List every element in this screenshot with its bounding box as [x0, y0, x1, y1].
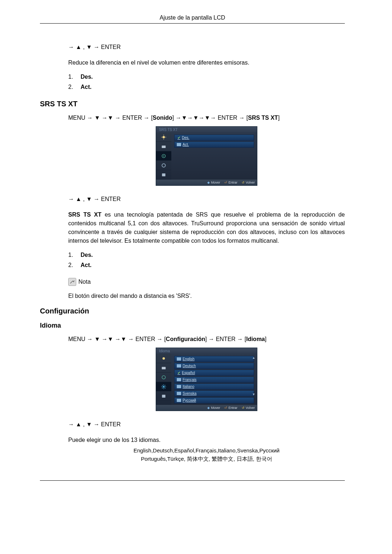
- path-strong: SRS TS XT: [248, 115, 278, 121]
- lang-line-1: English,Deutsch,Español,Français,Italian…: [68, 447, 345, 455]
- osd-tab-picture-icon[interactable]: [156, 132, 171, 142]
- option-list-2: 1.Des. 2.Act.: [68, 252, 345, 268]
- osd-tab-gear-icon[interactable]: [156, 161, 171, 170]
- nav-instruction: → ▲ , ▼ → ENTER: [68, 196, 345, 202]
- menu-path-srs: MENU → ▼ →▼ → ENTER → [Sonido] →▼→▼→▼→ E…: [68, 115, 345, 121]
- footer-entrar: ⏎Entrar: [224, 406, 237, 410]
- osd-row[interactable]: ✔Español: [174, 370, 254, 376]
- osd-row-label: Act.: [183, 143, 189, 147]
- svg-rect-5: [162, 145, 166, 148]
- unchecked-box: [177, 378, 181, 381]
- list-label: Des.: [81, 74, 93, 80]
- unchecked-box: [177, 392, 181, 395]
- svg-point-13: [163, 386, 164, 387]
- svg-line-18: [162, 385, 163, 386]
- svg-rect-9: [162, 173, 165, 176]
- srs-desc-bold: SRS TS XT: [68, 212, 102, 218]
- svg-point-7: [163, 155, 164, 156]
- osd-row[interactable]: Svenska: [174, 390, 254, 397]
- list-num: 1.: [68, 74, 81, 80]
- return-icon: ↺: [242, 406, 245, 410]
- osd-row-label: Deutsch: [183, 364, 196, 368]
- svg-rect-11: [162, 367, 166, 369]
- svg-point-10: [163, 357, 165, 360]
- osd-row[interactable]: Italiano: [174, 383, 254, 390]
- path-text: ]: [278, 115, 279, 121]
- list-label: Act.: [81, 84, 91, 90]
- page-title: Ajuste de la pantalla LCD: [40, 15, 345, 24]
- list-item: 2.Act.: [68, 84, 345, 90]
- path-text: ] → ENTER → [: [205, 336, 246, 342]
- osd-footer: ◆Mover ⏎Entrar ↺Volver: [156, 405, 257, 411]
- srs-description: SRS TS XT es una tecnología patentada de…: [68, 210, 345, 245]
- unchecked-box: [177, 364, 181, 368]
- osd-row[interactable]: Русский: [174, 397, 254, 403]
- idioma-desc: Puede elegir uno de los 13 idiomas.: [68, 436, 345, 444]
- osd-row[interactable]: Act.: [174, 141, 254, 148]
- footer-entrar: ⏎Entrar: [224, 181, 237, 184]
- svg-point-8: [162, 164, 165, 167]
- osd-panel-idioma: Idioma ▲ English Deutsch ✔Español França…: [156, 348, 257, 411]
- list-item: 2.Act.: [68, 262, 345, 268]
- path-strong: Idioma: [246, 336, 265, 342]
- path-text: MENU → ▼ →▼ → ENTER → [: [68, 115, 153, 121]
- osd-row[interactable]: ✔Des.: [174, 135, 254, 141]
- svg-line-19: [165, 387, 166, 388]
- osd-tab-setup-icon[interactable]: [156, 151, 171, 161]
- path-text: ] →▼→▼→▼→ ENTER → [: [172, 115, 248, 121]
- osd-row-label: English: [183, 357, 195, 361]
- srs-desc-rest: es una tecnología patentada de SRS que r…: [68, 212, 345, 244]
- footer-mover: ◆Mover: [207, 181, 220, 184]
- osd-row-label: Français: [183, 378, 196, 382]
- diamond-icon: ◆: [207, 181, 210, 184]
- svg-line-21: [165, 385, 166, 386]
- osd-tab-reset-icon[interactable]: [156, 391, 171, 401]
- path-text: ]: [265, 336, 266, 342]
- scroll-down-icon[interactable]: ▼: [252, 393, 256, 396]
- osd-footer: ◆Mover ⏎Entrar ↺Volver: [156, 180, 257, 185]
- osd-row[interactable]: Deutsch: [174, 363, 254, 369]
- path-strong: Configuración: [166, 336, 205, 342]
- footer-label: Volver: [246, 181, 255, 184]
- osd-row[interactable]: Français: [174, 377, 254, 383]
- idioma-heading: Idioma: [40, 322, 345, 329]
- srs-heading: SRS TS XT: [40, 100, 345, 108]
- option-list-1: 1.Des. 2.Act.: [68, 74, 345, 90]
- volume-desc: Reduce la diferencia en el nivel de volu…: [68, 58, 345, 67]
- footer-volver: ↺Volver: [242, 406, 255, 410]
- footer-label: Mover: [211, 181, 220, 184]
- config-heading: Configuración: [40, 307, 345, 315]
- osd-row-label: Svenska: [183, 391, 196, 395]
- osd-tab-picture-icon[interactable]: [156, 354, 171, 363]
- path-text: MENU → ▼ →▼ →▼ → ENTER → [: [68, 336, 166, 342]
- list-label: Des.: [81, 252, 93, 258]
- unchecked-box: [177, 143, 181, 146]
- footer-volver: ↺Volver: [242, 181, 255, 184]
- svg-point-12: [162, 376, 165, 379]
- osd-tabs: [156, 354, 171, 405]
- scroll-up-icon[interactable]: ▲: [252, 356, 256, 360]
- list-num: 2.: [68, 262, 81, 268]
- check-icon: ✔: [177, 371, 181, 375]
- footer-label: Entrar: [228, 406, 237, 410]
- lang-line-2: Português,Türkçe, 简体中文, 繁體中文, 日本語, 한국어: [68, 455, 345, 463]
- osd-row-label: Español: [182, 371, 195, 375]
- svg-rect-22: [162, 395, 165, 398]
- osd-panel-srs: SRS TS XT ✔Des. Act. ◆Mover ⏎Entrar ↺Vol…: [156, 126, 257, 186]
- osd-tab-sound-icon[interactable]: [156, 363, 171, 373]
- language-list: English,Deutsch,Español,Français,Italian…: [68, 447, 345, 463]
- check-icon: ✔: [177, 136, 181, 140]
- osd-tab-sound-icon[interactable]: [156, 142, 171, 151]
- enter-icon: ⏎: [224, 181, 227, 184]
- osd-row-label: Des.: [182, 136, 189, 140]
- diamond-icon: ◆: [207, 406, 210, 410]
- osd-tab-reset-icon[interactable]: [156, 170, 171, 180]
- unchecked-box: [177, 357, 181, 361]
- osd-row[interactable]: English: [174, 356, 254, 362]
- osd-tab-channel-icon[interactable]: [156, 373, 171, 382]
- list-item: 1.Des.: [68, 252, 345, 258]
- osd-tab-gear-icon[interactable]: [156, 382, 171, 391]
- note-label: Nota: [78, 279, 91, 285]
- footer-mover: ◆Mover: [207, 406, 220, 410]
- note-icon: [68, 278, 76, 286]
